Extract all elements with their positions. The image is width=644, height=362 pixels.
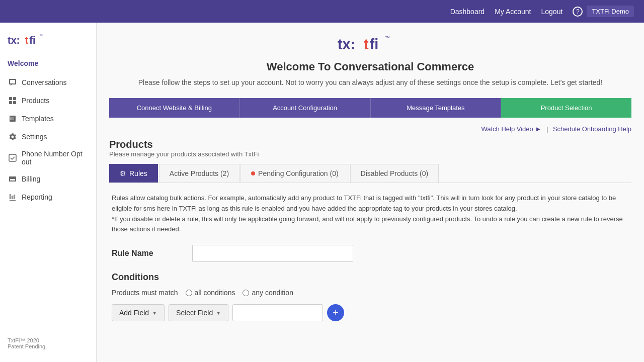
main-header: tx: t fi ™ Welcome To Conversational Com… bbox=[109, 33, 631, 88]
rules-gear-icon: ⚙ bbox=[120, 169, 126, 177]
sidebar-item-phone-opt-out-label: Phone Number Opt out bbox=[22, 150, 89, 166]
products-must-match-label: Products must match bbox=[112, 289, 178, 297]
conversations-icon bbox=[8, 77, 18, 87]
footer-line2: Patent Pending bbox=[8, 343, 89, 349]
user-badge: TXTFi Demo bbox=[587, 6, 634, 17]
products-section: Products Please manage your products ass… bbox=[109, 139, 631, 321]
any-condition-label: any condition bbox=[252, 289, 293, 297]
sidebar-item-products-label: Products bbox=[22, 97, 49, 105]
sidebar-item-settings[interactable]: Settings bbox=[0, 128, 96, 146]
conditions-title: Conditions bbox=[112, 272, 629, 283]
all-conditions-radio-label[interactable]: all conditions bbox=[186, 289, 235, 297]
add-field-button[interactable]: Add Field ▼ bbox=[112, 304, 165, 321]
svg-rect-4 bbox=[9, 97, 12, 100]
add-field-caret-icon: ▼ bbox=[152, 310, 157, 316]
sidebar-logo-svg: tx: t fi ™ bbox=[8, 33, 48, 48]
svg-rect-7 bbox=[13, 101, 16, 104]
product-tab-rules[interactable]: ⚙ Rules bbox=[109, 164, 158, 183]
sidebar-item-conversations[interactable]: Conversations bbox=[0, 73, 96, 92]
sidebar-item-phone-number-opt-out[interactable]: Phone Number Opt out bbox=[0, 146, 96, 170]
logout-link[interactable]: Logout bbox=[541, 8, 563, 16]
pending-dot bbox=[251, 171, 255, 175]
all-conditions-label: all conditions bbox=[195, 289, 235, 297]
svg-text:t: t bbox=[25, 35, 29, 46]
sidebar-item-products[interactable]: Products bbox=[0, 92, 96, 110]
product-tab-pending-configuration[interactable]: Pending Configuration (0) bbox=[240, 164, 349, 183]
svg-rect-5 bbox=[13, 97, 16, 100]
products-header: Products Please manage your products ass… bbox=[109, 139, 631, 158]
step-tab-message-templates[interactable]: Message Templates bbox=[371, 98, 502, 118]
step-tab-product-selection[interactable]: Product Selection bbox=[501, 98, 631, 118]
sidebar: tx: t fi ™ Welcome Conversations Product… bbox=[0, 23, 97, 362]
field-value-input[interactable] bbox=[232, 304, 323, 321]
svg-text:™: ™ bbox=[39, 34, 43, 37]
step-tabs: Connect Website & Billing Account Config… bbox=[109, 98, 631, 118]
help-separator: | bbox=[546, 125, 548, 133]
reporting-icon bbox=[8, 192, 18, 202]
product-tabs: ⚙ Rules Active Products (2) Pending Conf… bbox=[109, 164, 631, 183]
main-layout: tx: t fi ™ Welcome Conversations Product… bbox=[0, 23, 644, 362]
conditions-section: Conditions Products must match all condi… bbox=[112, 272, 629, 321]
sidebar-item-reporting-label: Reporting bbox=[22, 193, 52, 201]
step-tab-account-configuration[interactable]: Account Configuration bbox=[240, 98, 371, 118]
main-content: tx: t fi ™ Welcome To Conversational Com… bbox=[97, 23, 644, 362]
svg-text:fi: fi bbox=[370, 36, 379, 52]
rule-name-input[interactable] bbox=[192, 245, 353, 262]
svg-text:tx:: tx: bbox=[8, 35, 20, 46]
help-icon[interactable]: ? bbox=[573, 7, 583, 17]
main-subtitle: Please follow the steps to set up your a… bbox=[109, 77, 631, 88]
schedule-onboarding-link[interactable]: Schedule Onboarding Help bbox=[553, 125, 631, 133]
product-tab-disabled-products[interactable]: Disabled Products (0) bbox=[350, 164, 439, 183]
sidebar-logo-container: tx: t fi ™ bbox=[0, 30, 96, 55]
svg-text:fi: fi bbox=[29, 35, 35, 46]
main-logo: tx: t fi ™ bbox=[109, 33, 631, 56]
sidebar-item-reporting[interactable]: Reporting bbox=[0, 188, 96, 206]
svg-rect-8 bbox=[9, 154, 16, 161]
products-subtitle: Please manage your products associated w… bbox=[109, 150, 631, 158]
conditions-row: Products must match all conditions any c… bbox=[112, 289, 629, 297]
rule-name-label: Rule Name bbox=[112, 249, 192, 258]
top-navigation: Dashboard My Account Logout ? TXTFi Demo bbox=[0, 0, 644, 23]
sidebar-item-templates[interactable]: Templates bbox=[0, 110, 96, 128]
main-logo-svg: tx: t fi ™ bbox=[338, 33, 403, 55]
rule-name-row: Rule Name bbox=[112, 245, 629, 262]
add-field-row: Add Field ▼ Select Field ▼ + bbox=[112, 304, 629, 321]
sidebar-item-conversations-label: Conversations bbox=[22, 78, 67, 86]
sidebar-footer: TxtFi™ 2020 Patent Pending bbox=[0, 332, 96, 354]
product-tab-active-products[interactable]: Active Products (2) bbox=[159, 164, 239, 183]
help-links: Watch Help Video ► | Schedule Onboarding… bbox=[109, 125, 631, 133]
add-condition-button[interactable]: + bbox=[327, 304, 344, 321]
rules-description: Rules allow catalog bulk actions. For ex… bbox=[112, 193, 629, 235]
sidebar-item-settings-label: Settings bbox=[22, 133, 47, 141]
all-conditions-radio[interactable] bbox=[186, 290, 192, 296]
svg-text:t: t bbox=[364, 36, 369, 52]
settings-icon bbox=[8, 132, 18, 142]
svg-rect-6 bbox=[9, 101, 12, 104]
select-field-caret-icon: ▼ bbox=[216, 310, 221, 316]
phone-opt-out-icon bbox=[8, 153, 18, 163]
watch-help-video-link[interactable]: Watch Help Video ► bbox=[481, 125, 543, 133]
templates-icon bbox=[8, 114, 18, 124]
sidebar-welcome[interactable]: Welcome bbox=[0, 55, 96, 73]
sidebar-item-billing[interactable]: Billing bbox=[0, 170, 96, 188]
footer-line1: TxtFi™ 2020 bbox=[8, 337, 89, 343]
products-icon bbox=[8, 96, 18, 106]
select-field-button[interactable]: Select Field ▼ bbox=[169, 304, 228, 321]
dashboard-link[interactable]: Dashboard bbox=[450, 8, 485, 16]
sidebar-item-templates-label: Templates bbox=[22, 115, 54, 123]
main-title: Welcome To Conversational Commerce bbox=[109, 60, 631, 73]
step-tab-connect-website-billing[interactable]: Connect Website & Billing bbox=[109, 98, 240, 118]
rules-content: Rules allow catalog bulk actions. For ex… bbox=[109, 193, 631, 321]
svg-text:tx:: tx: bbox=[338, 36, 355, 52]
any-condition-radio-label[interactable]: any condition bbox=[243, 289, 293, 297]
svg-text:™: ™ bbox=[385, 35, 390, 41]
any-condition-radio[interactable] bbox=[243, 290, 249, 296]
sidebar-item-billing-label: Billing bbox=[22, 175, 40, 183]
billing-icon bbox=[8, 174, 18, 184]
products-title: Products bbox=[109, 139, 631, 150]
my-account-link[interactable]: My Account bbox=[495, 8, 531, 16]
